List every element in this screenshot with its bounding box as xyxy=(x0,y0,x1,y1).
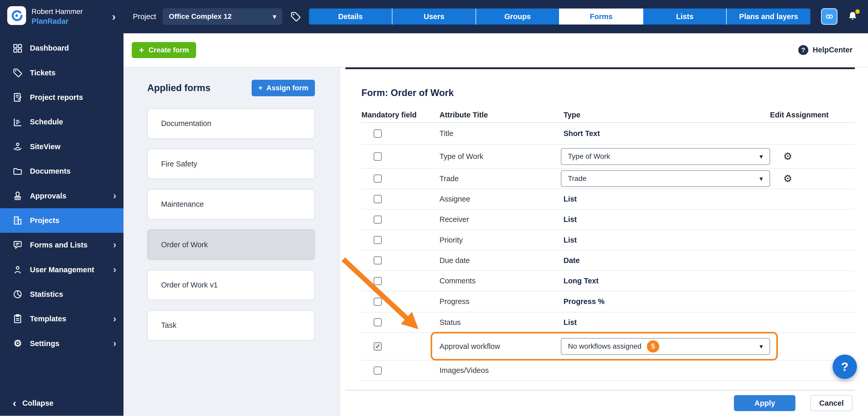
create-form-button[interactable]: + Create form xyxy=(132,42,196,58)
type-of-work-dropdown[interactable]: Type of Work▾ xyxy=(561,148,770,165)
apply-button[interactable]: Apply xyxy=(734,395,796,411)
action-bar: + Create form ? HelpCenter xyxy=(123,33,868,68)
notification-dot xyxy=(855,9,860,14)
mandatory-checkbox[interactable] xyxy=(374,174,382,183)
chevron-down-icon: ▾ xyxy=(273,13,276,21)
planradar-logo xyxy=(7,6,26,27)
sidebar-item-label: Schedule xyxy=(30,118,63,126)
mandatory-checkbox[interactable] xyxy=(374,129,382,138)
plus-icon: + xyxy=(139,46,144,55)
gear-icon[interactable]: ⚙ xyxy=(783,174,792,184)
col-mandatory-field: Mandatory field xyxy=(362,111,439,119)
sidebar-item-statistics[interactable]: Statistics xyxy=(0,282,123,307)
form-card-fire-safety[interactable]: Fire Safety xyxy=(147,149,315,179)
statistics-icon xyxy=(13,289,23,299)
projects-icon xyxy=(13,215,23,226)
sidebar-item-label: User Management xyxy=(30,266,94,274)
table-row-assignee: Assignee List xyxy=(362,189,855,210)
sidebar-item-label: Dashboard xyxy=(30,44,69,53)
sidebar-item-forms-and-lists[interactable]: Forms and Lists › xyxy=(0,233,123,257)
user-name: Robert Hammer xyxy=(32,7,106,16)
mandatory-checkbox[interactable] xyxy=(374,152,382,161)
mandatory-checkbox[interactable] xyxy=(374,298,382,306)
sidebar-item-label: Statistics xyxy=(30,290,63,299)
project-selector[interactable]: Office Complex 12 ▾ xyxy=(163,8,282,25)
mandatory-checkbox-checked[interactable]: ✓ xyxy=(374,342,382,350)
sidebar-item-templates[interactable]: Templates › xyxy=(0,307,123,331)
sidebar-item-schedule[interactable]: Schedule xyxy=(0,110,123,134)
sidebar-collapse-button[interactable]: ‹ Collapse xyxy=(0,390,123,416)
form-card-task[interactable]: Task xyxy=(147,310,315,341)
approvals-icon xyxy=(13,191,23,201)
sidebar-item-label: Project reports xyxy=(30,93,83,102)
mandatory-checkbox[interactable] xyxy=(374,367,382,375)
gear-icon[interactable]: ⚙ xyxy=(783,151,792,162)
table-row-priority: Priority List xyxy=(362,230,855,250)
form-card-maintenance[interactable]: Maintenance xyxy=(147,189,315,220)
tags-icon[interactable] xyxy=(289,10,302,23)
chevron-down-icon: ▾ xyxy=(760,175,763,182)
sidebar-item-dashboard[interactable]: Dashboard xyxy=(0,36,123,60)
sidebar-item-approvals[interactable]: Approvals › xyxy=(0,183,123,208)
project-label: Project xyxy=(133,12,156,21)
sidebar-item-label: SiteView xyxy=(30,142,60,151)
notifications-bell-icon[interactable] xyxy=(847,10,859,23)
approval-workflow-dropdown[interactable]: No workflows assigned 5 ▾ xyxy=(561,338,770,355)
sidebar-item-project-reports[interactable]: Project reports xyxy=(0,85,123,110)
tab-groups[interactable]: Groups xyxy=(476,8,560,25)
user-block: Robert Hammer PlanRadar xyxy=(32,7,106,26)
mandatory-checkbox[interactable] xyxy=(374,318,382,326)
sidebar-item-label: Templates xyxy=(30,315,66,323)
cancel-button[interactable]: Cancel xyxy=(810,395,852,411)
sidebar-item-user-management[interactable]: User Management › xyxy=(0,257,123,282)
sidebar-item-tickets[interactable]: Tickets xyxy=(0,61,123,85)
mandatory-checkbox[interactable] xyxy=(374,277,382,285)
form-card-order-of-work[interactable]: Order of Work xyxy=(147,230,315,260)
workflow-count-badge: 5 xyxy=(647,340,659,352)
sidebar-item-siteview[interactable]: SiteView xyxy=(0,134,123,159)
mandatory-checkbox[interactable] xyxy=(374,236,382,244)
collapse-label: Collapse xyxy=(22,399,53,408)
tab-lists[interactable]: Lists xyxy=(643,8,727,25)
table-header: Mandatory field Attribute Title Type Edi… xyxy=(362,108,855,123)
sidebar-item-projects[interactable]: Projects xyxy=(0,208,123,233)
sidebar-item-settings[interactable]: ⚙ Settings › xyxy=(0,331,123,356)
col-attribute-title: Attribute Title xyxy=(439,111,563,119)
planradar-connect-icon[interactable] xyxy=(821,8,838,25)
topbar: Project Office Complex 12 ▾ Details User… xyxy=(123,0,868,33)
sidebar-item-label: Approvals xyxy=(30,192,66,200)
help-bubble-button[interactable]: ? xyxy=(833,355,857,379)
tickets-icon xyxy=(13,68,23,78)
planradar-app: Robert Hammer PlanRadar › Dashboard Tick… xyxy=(0,0,868,416)
sidebar-header: Robert Hammer PlanRadar › xyxy=(0,0,123,33)
tab-details[interactable]: Details xyxy=(309,8,393,25)
helpcenter-button[interactable]: ? HelpCenter xyxy=(798,45,852,55)
sidebar-nav: Dashboard Tickets Project reports Schedu… xyxy=(0,33,123,390)
project-reports-icon xyxy=(13,92,23,102)
sidebar-item-documents[interactable]: Documents xyxy=(0,159,123,183)
mandatory-checkbox[interactable] xyxy=(374,256,382,265)
trade-dropdown[interactable]: Trade▾ xyxy=(561,170,770,187)
form-detail-panel: Form: Order of Work Mandatory field Attr… xyxy=(339,67,868,416)
tab-plans-and-layers[interactable]: Plans and layers xyxy=(727,8,810,25)
settings-icon: ⚙ xyxy=(13,339,23,349)
sidebar-item-label: Settings xyxy=(30,339,59,348)
attributes-table: Mandatory field Attribute Title Type Edi… xyxy=(362,108,855,381)
sidebar: Robert Hammer PlanRadar › Dashboard Tick… xyxy=(0,0,123,416)
applied-forms-title: Applied forms xyxy=(147,82,211,94)
form-card-documentation[interactable]: Documentation xyxy=(147,108,315,139)
brand-name: PlanRadar xyxy=(32,16,106,26)
documents-icon xyxy=(13,166,23,176)
tab-users[interactable]: Users xyxy=(393,8,476,25)
chevron-right-icon: › xyxy=(113,240,116,249)
mandatory-checkbox[interactable] xyxy=(374,195,382,203)
sidebar-expand-icon[interactable]: › xyxy=(112,10,117,23)
form-card-order-of-work-v1[interactable]: Order of Work v1 xyxy=(147,270,315,300)
tab-forms[interactable]: Forms xyxy=(560,8,643,25)
assign-form-button[interactable]: + Assign form xyxy=(252,80,315,96)
mandatory-checkbox[interactable] xyxy=(374,215,382,224)
siteview-icon xyxy=(13,142,23,152)
chevron-down-icon: ▾ xyxy=(760,152,763,160)
schedule-icon xyxy=(13,117,23,127)
sidebar-item-label: Forms and Lists xyxy=(30,241,88,249)
